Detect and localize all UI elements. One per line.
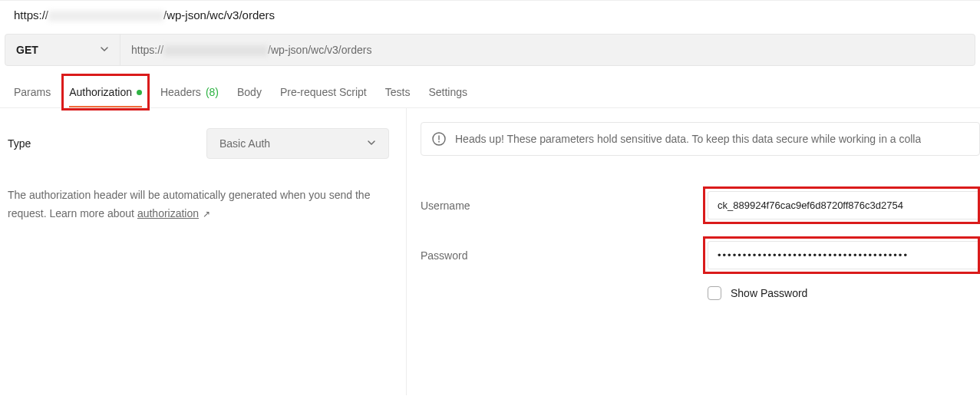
authorization-link[interactable]: authorization [137,207,199,219]
tab-authorization[interactable]: Authorization [69,78,142,107]
auth-left-panel: Type Basic Auth The authorization header… [0,108,407,395]
auth-type-label: Type [8,137,31,150]
auth-body: Type Basic Auth The authorization header… [0,108,980,395]
show-password-row: Show Password [708,286,980,300]
auth-type-row: Type Basic Auth [8,128,389,159]
tab-tests[interactable]: Tests [385,78,411,107]
sensitive-data-notice: Heads up! These parameters hold sensitiv… [421,122,980,156]
url-input-path: /wp-json/wc/v3/orders [268,44,371,56]
tab-params[interactable]: Params [14,78,51,107]
external-link-icon: ↗ [200,209,210,219]
tab-label: Pre-request Script [280,86,367,98]
tab-label: Params [14,86,51,98]
notice-text: Heads up! These parameters hold sensitiv… [455,133,921,145]
tab-prerequest[interactable]: Pre-request Script [280,78,367,107]
request-tabs: Params Authorization Headers (8) Body Pr… [0,78,980,108]
password-label: Password [421,249,708,262]
tab-label: Settings [428,86,467,98]
warning-icon [432,132,446,146]
tab-settings[interactable]: Settings [428,78,467,107]
tab-label: Tests [385,86,411,98]
username-label: Username [421,200,708,212]
password-input[interactable] [708,241,980,269]
auth-description: The authorization header will be automat… [8,186,389,223]
request-method-row: GET https:///wp-json/wc/v3/orders [5,34,975,66]
auth-type-value: Basic Auth [219,137,270,150]
redacted-host-input [163,45,268,56]
url-input-wrap[interactable]: https:///wp-json/wc/v3/orders [120,35,975,65]
username-row: Username [421,191,980,219]
tab-label: Authorization [69,86,132,98]
auth-right-panel: Heads up! These parameters hold sensitiv… [407,108,980,395]
username-input[interactable] [708,191,980,219]
request-title-bar: https:///wp-json/wc/v3/orders [0,0,980,34]
tab-label: Headers [160,86,201,98]
url-prefix: https:// [14,8,48,21]
status-dot-icon [137,90,142,95]
chevron-down-icon [367,137,376,150]
redacted-host [48,11,163,21]
url-input[interactable]: https:///wp-json/wc/v3/orders [131,44,371,56]
tab-body[interactable]: Body [237,78,262,107]
url-path: /wp-json/wc/v3/orders [163,8,275,21]
chevron-down-icon [100,44,109,56]
password-row: Password [421,241,980,269]
headers-count: (8) [206,86,219,98]
request-url-display: https:///wp-json/wc/v3/orders [14,8,275,21]
url-input-prefix: https:// [131,44,163,56]
show-password-checkbox[interactable] [708,286,721,300]
svg-point-2 [438,141,440,143]
method-select[interactable]: GET [5,35,120,65]
tab-label: Body [237,86,262,98]
method-label: GET [16,44,38,56]
tab-headers[interactable]: Headers (8) [160,78,219,107]
show-password-label: Show Password [731,287,807,299]
auth-type-select[interactable]: Basic Auth [206,128,389,159]
